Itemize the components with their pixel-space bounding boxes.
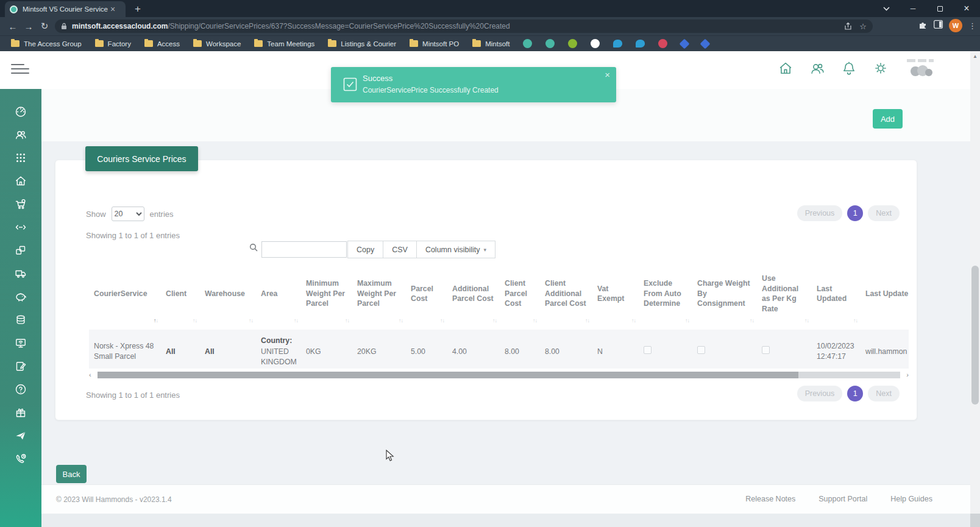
back-nav-icon[interactable]: ← [5, 21, 21, 32]
column-header-courier-service[interactable]: CourierService↑↓ [89, 271, 161, 327]
horizontal-scrollbar[interactable]: ‹ › [89, 371, 909, 379]
sidebar-gift-icon[interactable] [13, 405, 28, 420]
maximize-button[interactable] [926, 0, 953, 17]
chat-favicon[interactable] [636, 40, 645, 48]
minimize-button[interactable]: ─ [900, 0, 926, 17]
sidebar-reports-edit-icon[interactable] [13, 359, 28, 373]
extensions-icon[interactable] [918, 20, 928, 32]
column-header-minimum-weight-per-parcel[interactable]: Minimum Weight Per Parcel↑↓ [301, 271, 352, 327]
column-header-additional-parcel-cost[interactable]: Additional Parcel Cost↑↓ [447, 271, 500, 327]
scrollbar-thumb[interactable] [98, 372, 798, 378]
bell-icon[interactable] [841, 60, 857, 76]
url-bar[interactable]: mintsoft.accessacloud.com /Shipping/Cour… [55, 19, 873, 33]
column-visibility-button[interactable]: Column visibility▾ [416, 241, 495, 258]
chat-favicon[interactable] [613, 40, 622, 48]
scroll-left-icon[interactable]: ‹ [89, 371, 91, 378]
support-portal-link[interactable]: Support Portal [818, 495, 867, 503]
search-input[interactable] [261, 241, 347, 258]
column-header-client-additional-parcel-cost[interactable]: Client Additional Parcel Cost↑↓ [540, 271, 592, 327]
profile-avatar[interactable]: W [949, 19, 962, 32]
sidebar-help-icon[interactable] [13, 382, 28, 397]
vertical-scrollbar[interactable]: ▲ [970, 51, 980, 527]
sidebar-despatch-plane-icon[interactable] [13, 428, 28, 443]
column-header-vat-exempt[interactable]: Vat Exempt↑↓ [592, 271, 639, 327]
scroll-right-icon[interactable]: › [906, 371, 909, 378]
next-button[interactable]: Next [868, 205, 900, 221]
sidebar-apps-grid-icon[interactable] [13, 150, 28, 165]
hamburger-menu-icon[interactable] [11, 64, 29, 77]
page-size-select[interactable]: 20 [112, 207, 144, 221]
globe-favicon[interactable] [591, 39, 600, 48]
add-button[interactable]: Add [873, 109, 903, 129]
sidebar-dashboard-icon[interactable] [13, 104, 28, 119]
bookmark-item[interactable]: Listings & Courier [328, 40, 396, 48]
bookmark-item[interactable]: Team Meetings [254, 40, 314, 48]
new-tab-button[interactable]: + [130, 2, 145, 16]
column-header-use-additional-as-per-kg-rate[interactable]: Use Additional as Per Kg Rate↑↓ [757, 271, 812, 327]
scroll-up-icon[interactable]: ▲ [970, 54, 980, 59]
help-guides-link[interactable]: Help Guides [890, 495, 932, 503]
column-header-client-parcel-cost[interactable]: Client Parcel Cost↑↓ [500, 271, 540, 327]
side-panel-icon[interactable] [934, 20, 943, 31]
column-header-charge-weight-by-consignment[interactable]: Charge Weight By Consignment↑↓ [692, 271, 757, 327]
sidebar-couriers-truck-icon[interactable] [13, 266, 28, 281]
users-icon[interactable] [809, 60, 825, 76]
cell-last-updated-by: will.hammon [861, 330, 909, 369]
browser-menu-icon[interactable]: ⋮ [968, 21, 976, 30]
column-header-maximum-weight-per-parcel[interactable]: Maximum Weight Per Parcel↑↓ [352, 271, 406, 327]
blue-diamond-favicon[interactable] [700, 38, 711, 49]
checkbox[interactable] [644, 346, 652, 354]
home-icon[interactable] [778, 60, 794, 76]
sidebar-channels-monitor-icon[interactable] [13, 336, 28, 350]
column-header-area[interactable]: Area↑↓ [256, 271, 301, 327]
tab-search-chevron-icon[interactable] [873, 0, 900, 17]
copy-button[interactable]: Copy [347, 241, 383, 258]
sidebar-billing-piggy-icon[interactable] [13, 289, 28, 304]
csv-button[interactable]: CSV [383, 241, 417, 258]
bookmark-star-icon[interactable]: ☆ [859, 22, 867, 31]
bookmark-item[interactable]: The Access Group [11, 40, 82, 48]
mintsoft-favicon[interactable] [523, 39, 532, 48]
next-button[interactable]: Next [868, 386, 900, 401]
mintsoft-favicon[interactable] [545, 39, 555, 48]
reload-icon[interactable]: ↻ [37, 21, 52, 32]
back-button[interactable]: Back [56, 465, 87, 483]
bookmark-item[interactable]: Access [144, 40, 180, 48]
sidebar-products-icon[interactable] [13, 243, 28, 258]
column-header-exclude-from-auto-determine[interactable]: Exclude From Auto Determine↑↓ [639, 271, 692, 327]
tab-close-icon[interactable]: × [110, 4, 115, 14]
column-header-parcel-cost[interactable]: Parcel Cost↑↓ [406, 271, 447, 327]
sidebar-integrations-icon[interactable] [13, 220, 28, 235]
close-window-button[interactable]: × [953, 0, 980, 17]
sidebar-contact-phone-icon[interactable] [13, 451, 28, 466]
bookmark-item[interactable]: Mintsoft [472, 40, 510, 48]
scrollbar-thumb[interactable] [971, 266, 979, 405]
sidebar-home-icon[interactable] [13, 174, 28, 188]
browser-tab[interactable]: Mintsoft V5 Courier Service Price × [5, 1, 126, 17]
column-header-warehouse[interactable]: Warehouse↑↓ [200, 271, 256, 327]
page-title-tab[interactable]: Couriers Service Prices [85, 146, 198, 171]
release-notes-link[interactable]: Release Notes [745, 495, 795, 503]
toast-close-icon[interactable]: × [605, 69, 610, 80]
previous-button[interactable]: Previous [797, 205, 843, 221]
green-site-favicon[interactable] [568, 39, 577, 48]
column-header-client[interactable]: Client↑↓ [161, 271, 200, 327]
red-site-favicon[interactable] [658, 39, 667, 48]
forward-nav-icon[interactable]: → [21, 21, 37, 32]
page-number-button[interactable]: 1 [847, 386, 863, 401]
page-number-button[interactable]: 1 [847, 205, 863, 221]
checkbox[interactable] [697, 346, 705, 354]
bookmark-item[interactable]: Workspace [193, 40, 241, 48]
sidebar-orders-cart-icon[interactable] [13, 197, 28, 211]
share-icon[interactable] [844, 23, 852, 30]
toolbar-right: W ⋮ [918, 19, 976, 32]
checkbox[interactable] [762, 346, 770, 354]
gear-icon[interactable] [873, 60, 889, 76]
sidebar-clients-icon[interactable] [13, 127, 28, 142]
sidebar-finance-coins-icon[interactable] [13, 313, 28, 327]
blue-diamond-favicon[interactable] [680, 38, 690, 49]
column-header-last-updated[interactable]: Last Updated↑↓ [812, 271, 861, 327]
bookmark-item[interactable]: Factory [95, 40, 131, 48]
bookmark-item[interactable]: Mintsoft PO [410, 40, 459, 48]
previous-button[interactable]: Previous [797, 386, 843, 401]
